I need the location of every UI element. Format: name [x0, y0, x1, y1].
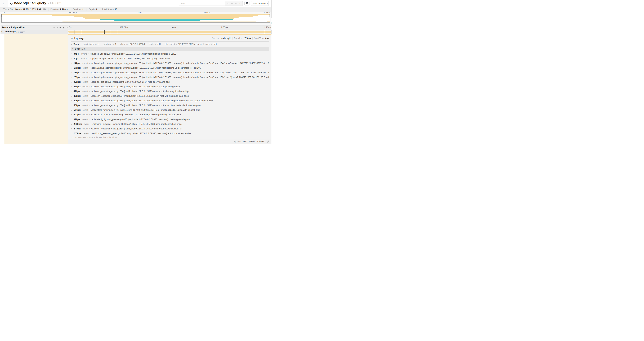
ruler-tick-label: 2.79ms: [264, 26, 272, 28]
chevron-right-icon: ›: [71, 71, 74, 74]
log-timestamp: 189μs:: [74, 71, 81, 74]
log-entry-row[interactable]: › 2.79ms: event = ‹sql/conn_executor_exe…: [71, 131, 269, 136]
equals-sign: =: [89, 76, 90, 79]
log-field-value: ‹sql/distsql_running.go:1420 [nsql1,clie…: [91, 109, 201, 111]
meta-value: March 31 2022, 17:25:09: [16, 8, 41, 11]
log-entry-row[interactable]: › 476μs: event = ‹sql/conn_executor_exec…: [71, 89, 269, 94]
keyboard-shortcuts-button[interactable]: ⌘: [244, 1, 250, 6]
trace-collapse-chevron[interactable]: [10, 3, 13, 6]
log-field-value: ‹sql/conn_executor_exec.go:684 [nsql1,cl…: [92, 123, 182, 125]
equals-sign: =: [154, 43, 157, 45]
chevron-right-icon: ›: [71, 53, 74, 55]
equals-sign: =: [89, 104, 90, 107]
timeline-grid-header: Service & Operation 0μs697.75μs1.4ms2.09…: [0, 25, 272, 30]
log-timestamp: 502μs:: [74, 104, 81, 107]
collapse-one-button[interactable]: [52, 26, 55, 29]
log-entry-row[interactable]: › 176μs: event = ‹sql/catalog/descs/desc…: [71, 66, 269, 70]
chevron-right-icon: [56, 27, 58, 29]
log-timestamp: 459μs:: [74, 85, 81, 88]
log-field-key: event: [82, 95, 88, 97]
log-field-value: ‹sql/distsql_physical_planner.go:828 [ns…: [91, 118, 191, 121]
equals-sign: =: [90, 123, 92, 125]
find-input[interactable]: [179, 2, 225, 6]
log-entry-row[interactable]: › 80μs: event = ‹sql/plan_opt.go:358 [ns…: [71, 56, 269, 61]
log-entry-row[interactable]: › 502μs: event = ‹sql/conn_executor_exec…: [71, 103, 269, 108]
log-entry-row[interactable]: › 486μs: event = ‹sql/conn_executor_exec…: [71, 94, 269, 98]
ruler-tick-label: 1.4ms: [170, 26, 176, 28]
equals-sign: =: [89, 67, 90, 69]
minimap-left-scrubber-handle[interactable]: [2, 14, 2, 17]
log-tick: [118, 30, 118, 34]
column-resizer-grip[interactable]: [67, 27, 68, 29]
log-timestamp: 34μs:: [74, 53, 80, 55]
view-selector-button[interactable]: Trace Timeline ∨: [251, 1, 269, 6]
tag-item: _unfinished=1: [81, 43, 100, 45]
chevron-down-icon: [53, 27, 55, 29]
start-time-info: Start Time:0μs: [254, 37, 269, 40]
log-timestamp: 574μs:: [74, 109, 81, 111]
span-row-label-cell[interactable]: ∨ node sql1 sql query: [0, 30, 68, 34]
equals-sign: =: [112, 43, 115, 45]
log-tick: [71, 30, 71, 34]
timeline-ruler: 0μs697.75μs1.4ms2.09ms2.79ms: [68, 26, 272, 29]
log-entry-row[interactable]: › 678μs: event = ‹sql/distsql_physical_p…: [71, 117, 269, 122]
log-entry-row[interactable]: › 142μs: event = ‹sql/catalog/lease/desc…: [71, 61, 269, 66]
logs-accordion-header[interactable]: ∨ Logs (18): [71, 47, 269, 51]
log-timestamp: 486μs:: [74, 95, 81, 97]
chevron-down-icon[interactable]: ∨: [1, 31, 2, 33]
tag-value: root: [213, 43, 217, 45]
chevron-right-icon: ›: [71, 76, 74, 79]
log-entry-row[interactable]: › 2.7ms: event = ‹sql/conn_executor_exec…: [71, 126, 269, 131]
log-entry-row[interactable]: › 459μs: event = ‹sql/conn_executor_exec…: [71, 84, 269, 89]
find-prev-icon[interactable]: [231, 2, 233, 5]
focus-target-icon[interactable]: [227, 2, 230, 5]
meta-label: Services: [73, 8, 81, 11]
minimap-gridline: [203, 14, 203, 22]
find-clear-icon[interactable]: ✕: [238, 2, 241, 5]
back-button[interactable]: ←: [0, 0, 8, 7]
minimap-right-scrubber-handle[interactable]: [270, 14, 270, 17]
log-entry-row[interactable]: › 597μs: event = ‹sql/distsql_running.go…: [71, 112, 269, 117]
collapse-all-button[interactable]: [59, 26, 62, 29]
equals-sign: =: [89, 71, 90, 74]
service-color-stripe: [4, 30, 4, 34]
equals-sign: =: [210, 43, 213, 45]
deep-link-icon[interactable]: [266, 140, 269, 143]
log-timestamp: 176μs:: [74, 67, 81, 69]
log-timestamp: 80μs:: [74, 57, 80, 60]
log-entry-row[interactable]: › 2.69ms: event = ‹sql/conn_executor_exe…: [71, 122, 269, 126]
span-detail-header: sql query Service:node sql1 Duration:2.7…: [71, 35, 269, 42]
start-time-value: 0μs: [265, 37, 269, 40]
log-timestamp: 142μs:: [74, 62, 81, 65]
log-field-key: event: [82, 99, 88, 102]
span-detail-card: sql query Service:node sql1 Duration:2.7…: [68, 35, 272, 139]
log-tick: [102, 30, 102, 34]
minimap-tick-label: 697.75μs: [69, 12, 78, 14]
trace-minimap[interactable]: [2, 14, 270, 23]
minimap-tick-labels: 0μs 697.75μs 1.4ms 2.09ms 2.79ms: [2, 12, 270, 14]
log-field-value: ‹sql/conn_executor_exec.go:684 [nsql1,cl…: [91, 127, 182, 130]
equals-sign: =: [89, 85, 90, 88]
minimap-tick-label: 0μs: [2, 12, 6, 14]
meta-label: Depth: [89, 8, 95, 11]
equals-sign: =: [90, 132, 92, 135]
log-field-key: event: [81, 57, 87, 60]
log-entry-row[interactable]: › 366μs: event = ‹sql/plan_opt.go:358 [n…: [71, 80, 269, 84]
expand-one-button[interactable]: [56, 26, 58, 29]
chevron-right-icon: ›: [71, 109, 74, 111]
log-entry-row[interactable]: › 189μs: event = ‹sql/catalog/lease/desc…: [71, 70, 269, 75]
log-entry-row[interactable]: › 574μs: event = ‹sql/distsql_running.go…: [71, 108, 269, 112]
expand-all-button[interactable]: [62, 26, 65, 29]
tags-accordion[interactable]: › Tags: _unfinished=1 _verbose=1 client=…: [71, 42, 269, 47]
trace-meta-item: Total Spans 10: [100, 8, 120, 11]
chevron-right-icon: ›: [71, 81, 74, 83]
chevron-down-icon: [10, 3, 13, 5]
span-row-timeline-cell[interactable]: [68, 30, 272, 34]
log-field-key: event: [82, 109, 88, 111]
log-entry-row[interactable]: › 495μs: event = ‹sql/conn_executor_exec…: [71, 98, 269, 103]
log-entry-row[interactable]: › 34μs: event = ‹sql/exec_util.go:2297 […: [71, 52, 269, 56]
find-next-icon[interactable]: [235, 2, 237, 5]
tag-item: node=sql1: [147, 43, 163, 45]
log-field-key: event: [82, 81, 88, 83]
log-entry-row[interactable]: › 201μs: event = ‹sql/catalog/lease/desc…: [71, 75, 269, 80]
